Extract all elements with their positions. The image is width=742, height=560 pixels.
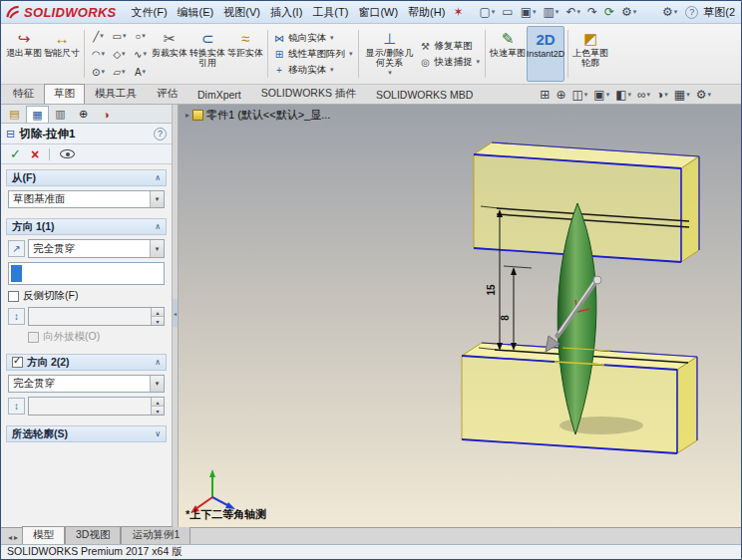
document-name[interactable]: 零件1 (默认<<默认>_显... [206,108,330,123]
save-icon[interactable]: ▣▾ [518,4,540,20]
rectangle-tool-icon[interactable]: ▭▾ [109,27,130,45]
direction2-enable-checkbox[interactable] [12,357,23,368]
redo-icon[interactable]: ↷ [584,4,600,20]
from-plane-combobox[interactable]: 草图基准面 ▾ [8,190,165,208]
zoom-fit-icon[interactable]: ⊕ [556,88,565,102]
menu-view[interactable]: 视图(V) [218,3,265,22]
section-selected-contours-header[interactable]: 所选轮廓(S) ∨ [6,425,167,442]
linear-sketch-pattern-button[interactable]: ⊞线性草图阵列▾ [271,47,355,62]
tab-mold-tools[interactable]: 模具工具 [85,84,147,104]
panel-collapse-handle[interactable]: ◂ [173,299,178,327]
mirror-entities-button[interactable]: ⋈镜向实体▾ [271,31,355,46]
spinner-up-icon[interactable]: ▴ [152,308,164,316]
repair-sketch-button[interactable]: ⚒修复草图 [418,39,483,54]
settings-gear-icon[interactable]: ⚙▾ [659,4,680,20]
text-tool-icon[interactable]: A▾ [130,63,151,81]
print-icon[interactable]: ▥▾ [541,4,562,20]
polygon-tool-icon[interactable]: ◇▾ [109,45,130,63]
scroll-right-icon[interactable]: ▸ [14,533,18,542]
shaded-sketch-contours-button[interactable]: ◩ 上色草图轮廓 [571,26,609,82]
tab-features[interactable]: 特征 [3,84,44,104]
tab-solidworks-addins[interactable]: SOLIDWORKS 插件 [251,84,366,104]
displaymanager-tab[interactable]: ◑ [95,106,118,123]
rebuild-icon[interactable]: ⟳ [601,4,617,20]
direction1-depth-spinner[interactable]: ▴▾ [28,307,165,326]
dimxpertmanager-tab[interactable]: ⊕ [72,106,95,123]
edit-appearance-icon[interactable]: ◑▾ [656,88,668,102]
direction2-depth-value[interactable] [29,398,151,415]
move-entities-button[interactable]: +移动实体▾ [271,63,355,78]
ellipse-tool-icon[interactable]: ⊙▾ [88,63,109,81]
smart-dimension-button[interactable]: ↔ 智能尺寸 [43,26,81,82]
featuremanager-tab[interactable]: ▤ [3,106,26,123]
flyout-feature-tree[interactable]: ▸ 零件1 (默认<<默认>_显... [186,108,330,123]
tab-motion-study[interactable]: 运动算例1 [121,526,190,544]
help-icon[interactable]: ? [154,128,167,140]
section-direction1-header[interactable]: 方向 1(1) ∧ [6,218,167,235]
propertymanager-tab[interactable]: ▦ [26,106,49,123]
chevron-down-icon[interactable]: ▾ [150,191,164,207]
menu-edit[interactable]: 编辑(E) [173,3,219,22]
slot-tool-icon[interactable]: ▱▾ [109,63,130,81]
direction2-depth-spinner[interactable]: ▴▾ [28,397,165,416]
section-from-header[interactable]: 从(F) ∧ [6,169,167,186]
checkbox-icon[interactable] [28,332,39,343]
exit-sketch-button[interactable]: ↪ 退出草图 [5,26,43,82]
undo-icon[interactable]: ↶▾ [562,4,583,20]
flip-side-to-cut-checkbox[interactable]: 反侧切除(F) [8,289,165,303]
tab-solidworks-mbd[interactable]: SOLIDWORKS MBD [366,86,483,104]
scroll-left-icon[interactable]: ◂ [8,533,12,542]
quick-snaps-button[interactable]: ◎快速捕捉▾ [418,55,483,70]
new-document-icon[interactable]: ▢▾ [476,4,498,20]
chevron-down-icon[interactable]: ▾ [150,376,164,392]
display-delete-relations-button[interactable]: ⊥ 显示/删除几何关系 ▾ [362,26,418,82]
rapid-sketch-button[interactable]: ✎ 快速草图 [489,26,527,82]
tab-dimxpert[interactable]: DimXpert [187,86,251,104]
section-direction2-header[interactable]: 方向 2(2) ∧ [6,354,167,371]
hide-show-items-icon[interactable]: ∞▾ [637,88,650,102]
section-view-icon[interactable]: ◫▾ [571,88,587,102]
direction2-end-condition-combobox[interactable]: 完全贯穿 ▾ [8,375,165,393]
menu-window[interactable]: 窗口(W) [353,3,403,22]
tab-model[interactable]: 模型 [22,526,65,544]
offset-entities-button[interactable]: ≈ 等距实体 [226,26,264,82]
help-icon[interactable]: ? [685,6,698,19]
tab-3d-views[interactable]: 3D视图 [65,526,121,544]
tab-evaluate[interactable]: 评估 [147,84,187,104]
preview-eye-icon[interactable] [60,149,75,158]
zoom-area-icon[interactable]: ⊞ [540,88,550,102]
trim-entities-button[interactable]: ✂ 剪裁实体 [151,26,188,82]
spinner-down-icon[interactable]: ▾ [152,406,164,415]
direction1-reference-pickbox[interactable] [8,262,165,285]
direction1-end-condition-combobox[interactable]: 完全贯穿 ▾ [28,239,165,258]
manipulator-handle[interactable] [593,276,601,284]
options-icon[interactable]: ⚙▾ [618,4,639,20]
tree-expander-icon[interactable]: ▸ [186,111,189,120]
instant2d-button[interactable]: 2D Instant2D [527,26,564,82]
cancel-button[interactable]: × [31,146,39,162]
convert-entities-button[interactable]: ⊂ 转换实体引用 [188,26,226,82]
apply-scene-icon[interactable]: ▦▾ [674,88,690,102]
menu-tools[interactable]: 工具(T) [307,3,353,22]
spinner-up-icon[interactable]: ▴ [152,398,164,406]
pin-icon[interactable]: ✶ [450,4,466,20]
ok-button[interactable]: ✓ [10,146,21,161]
display-style-icon[interactable]: ◧▾ [615,88,631,102]
view-settings-icon[interactable]: ⚙▾ [696,88,711,102]
spinner-down-icon[interactable]: ▾ [152,316,164,325]
view-orientation-icon[interactable]: ▣▾ [593,88,609,102]
line-tool-icon[interactable]: ╱▾ [88,27,109,45]
configurationmanager-tab[interactable]: ▥ [49,106,72,123]
graphics-viewport[interactable]: 15 8 [179,105,741,527]
tab-sketch[interactable]: 草图 [44,84,85,104]
circle-tool-icon[interactable]: ○▾ [130,27,151,45]
chevron-down-icon[interactable]: ▾ [150,240,164,257]
menu-help[interactable]: 帮助(H) [403,3,450,22]
direction1-depth-value[interactable] [29,308,151,325]
open-document-icon[interactable]: ▭ [499,4,516,20]
arc-tool-icon[interactable]: ◠▾ [88,45,109,63]
spline-tool-icon[interactable]: ∿▾ [130,45,151,63]
menu-file[interactable]: 文件(F) [127,3,173,22]
menu-insert[interactable]: 插入(I) [265,3,307,22]
draft-outward-checkbox[interactable]: 向外拔模(O) [8,330,165,344]
